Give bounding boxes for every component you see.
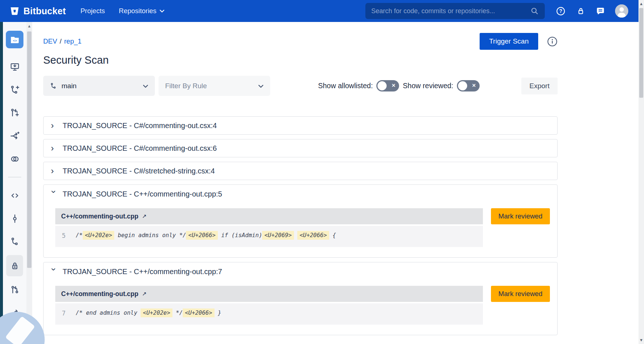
sidebar-item-forks[interactable]: [7, 306, 22, 320]
file-link[interactable]: C++/commenting-out.cpp↗: [61, 290, 147, 298]
sidebar: <>: [3, 22, 26, 344]
sidebar-item-source-browser[interactable]: <>: [6, 31, 23, 48]
code-block: 5/*<U+202e> begin admins only */<U+2066>…: [55, 226, 483, 247]
file-bar: C++/commenting-out.cpp↗: [55, 208, 483, 224]
branch-icon: [50, 82, 57, 90]
unicode-tag: <U+202e>: [141, 309, 172, 317]
compare-icon: [10, 154, 20, 164]
finding-card[interactable]: ›TROJAN_SOURCE - C#/stretched-string.csx…: [43, 162, 558, 180]
sidebar-item-commits[interactable]: [7, 211, 22, 226]
create-fork-icon: [10, 131, 20, 141]
trigger-scan-button[interactable]: Trigger Scan: [480, 33, 538, 50]
line-number: 7: [62, 310, 76, 317]
code-line: /*<U+202e> begin admins only */<U+2066> …: [76, 232, 336, 239]
sidebar-item-branches[interactable]: [7, 234, 22, 249]
info-icon[interactable]: [547, 36, 558, 47]
finding-header[interactable]: ›TROJAN_SOURCE - C++/commenting-out.cpp:…: [44, 262, 557, 281]
commits-icon: [10, 214, 20, 224]
chevron-down-icon: [160, 10, 164, 13]
code-segment: begin admins only */: [114, 231, 186, 240]
scroll-down-arrow[interactable]: ▼: [639, 337, 644, 343]
search-icon: [530, 7, 539, 15]
rule-filter-select[interactable]: Filter By Rule: [159, 76, 270, 96]
rule-filter-placeholder: Filter By Rule: [165, 82, 207, 90]
top-nav: Bitbucket Projects Repositories: [0, 0, 639, 22]
show-allowlisted-label: Show allowlisted:: [318, 82, 373, 90]
filter-row: main Filter By Rule Show: [43, 76, 558, 96]
pull-requests-icon: [10, 285, 20, 295]
security-scan-icon: [10, 261, 20, 271]
code-segment: [294, 231, 297, 240]
page-body: <> ▲ ▼ DEV/rep_1 Trigger Scan: [0, 22, 639, 344]
sidebar-item-pull-requests[interactable]: [7, 283, 22, 297]
breadcrumb-repo-link[interactable]: rep_1: [64, 37, 81, 45]
finding-title: TROJAN_SOURCE - C++/commenting-out.cpp:5: [63, 190, 222, 198]
finding-body: C++/commenting-out.cpp↗7/* end admins on…: [55, 286, 550, 325]
unicode-tag: <U+2066>: [297, 231, 329, 240]
create-pull-request-icon: [10, 108, 20, 118]
code-segment: }: [215, 309, 222, 317]
forks-icon: [10, 308, 20, 318]
avatar[interactable]: [615, 4, 628, 18]
chevron-down-icon: ›: [49, 268, 58, 274]
finding-header[interactable]: ›TROJAN_SOURCE - C++/commenting-out.cpp:…: [44, 185, 557, 203]
code-line: /* end admins only <U+202e> */<U+2066> }: [76, 310, 221, 317]
finding-card[interactable]: ›TROJAN_SOURCE - C#/commenting-out.csx:4: [43, 116, 558, 135]
mark-reviewed-button[interactable]: Mark reviewed: [491, 286, 550, 302]
sidebar-item-compare[interactable]: [7, 152, 22, 166]
file-link[interactable]: C++/commenting-out.cpp↗: [61, 213, 147, 220]
toggle-knob: [377, 81, 387, 90]
sidebar-item-create-pull-request[interactable]: [7, 105, 22, 120]
sidebar-scrollbar: ▲ ▼: [26, 22, 32, 344]
show-allowlisted-toggle[interactable]: ✕: [376, 80, 399, 91]
chevron-right-icon: ›: [51, 144, 57, 153]
scroll-up-arrow[interactable]: ▲: [639, 1, 644, 7]
sidebar-item-code[interactable]: [7, 188, 22, 203]
window-scrollbar: ▲ ▼: [639, 0, 644, 344]
mark-reviewed-button[interactable]: Mark reviewed: [491, 208, 550, 224]
feedback-icon[interactable]: [595, 6, 605, 16]
unicode-tag: <U+2066>: [186, 231, 218, 240]
sidebar-item-create-branch[interactable]: [7, 82, 22, 97]
page-title: Security Scan: [43, 54, 558, 66]
branch-select-value: main: [62, 82, 77, 90]
unicode-tag: <U+2066>: [183, 309, 215, 317]
nav-icon-group: ?: [556, 4, 628, 18]
export-button[interactable]: Export: [521, 78, 558, 94]
sidebar-divider: [8, 177, 21, 177]
lock-icon[interactable]: [576, 6, 585, 16]
create-branch-icon: [10, 85, 20, 95]
finding-card: ›TROJAN_SOURCE - C++/commenting-out.cpp:…: [43, 184, 558, 258]
sidebar-item-create-fork[interactable]: [7, 128, 22, 143]
line-number: 5: [62, 232, 76, 239]
chevron-down-icon: [143, 82, 148, 90]
sidebar-scroll-thumb[interactable]: [27, 31, 31, 268]
sidebar-scroll-up-arrow[interactable]: ▲: [26, 23, 32, 29]
source-browser-icon: <>: [10, 35, 20, 45]
nav-link-projects[interactable]: Projects: [81, 7, 105, 15]
code-segment: /*: [76, 231, 83, 240]
bitbucket-logo[interactable]: Bitbucket: [10, 6, 66, 16]
sidebar-scroll-down-arrow[interactable]: ▼: [26, 337, 32, 343]
breadcrumb-project-link[interactable]: DEV: [43, 37, 57, 45]
left-rail-strip: [0, 22, 3, 344]
global-search: [365, 3, 545, 19]
nav-link-repositories[interactable]: Repositories: [119, 7, 165, 15]
search-input[interactable]: [371, 7, 530, 15]
finding-card[interactable]: ›TROJAN_SOURCE - C#/commenting-out.csx:6: [43, 139, 558, 157]
code-segment: {: [329, 231, 336, 240]
unicode-tag: <U+202e>: [83, 231, 115, 240]
brand-name: Bitbucket: [23, 6, 66, 16]
branch-select[interactable]: main: [43, 76, 155, 96]
scroll-thumb[interactable]: [639, 8, 643, 98]
sidebar-item-security-scan[interactable]: [6, 255, 23, 276]
branches-icon: [10, 237, 20, 247]
chevron-down-icon: [258, 82, 264, 90]
nav-link-repositories-label: Repositories: [119, 7, 157, 15]
help-icon[interactable]: ?: [556, 6, 566, 16]
findings-list: ›TROJAN_SOURCE - C#/commenting-out.csx:4…: [43, 116, 558, 335]
sidebar-item-clone[interactable]: [7, 59, 22, 74]
show-reviewed-toggle[interactable]: ✕: [457, 80, 480, 91]
toggle-group: Show allowlisted: ✕ Show reviewed: ✕: [318, 80, 480, 91]
unicode-tag: <U+2069>: [262, 231, 294, 240]
